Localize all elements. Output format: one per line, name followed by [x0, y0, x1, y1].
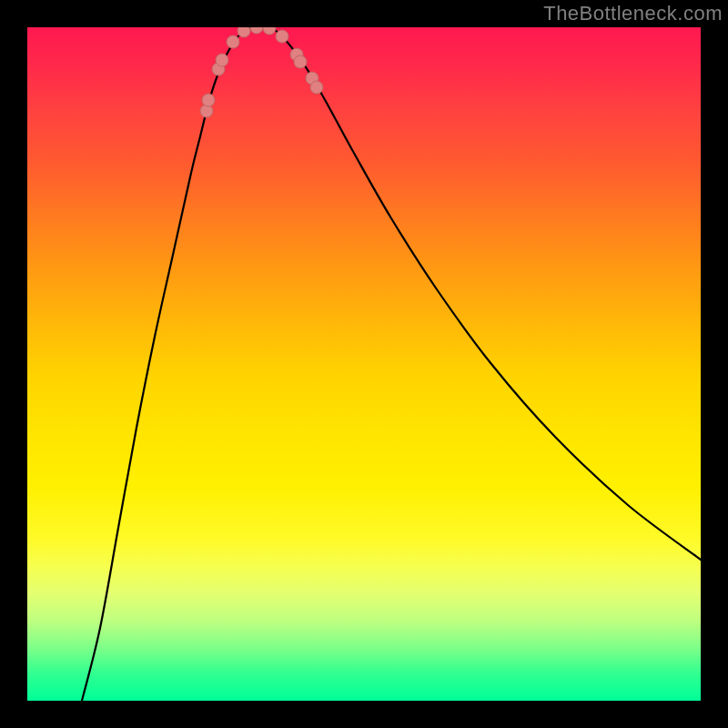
watermark-text: TheBottleneck.com [543, 2, 723, 25]
curve-layer [27, 27, 701, 701]
marker-group [200, 27, 323, 117]
marker-dot [202, 94, 215, 106]
marker-dot [250, 27, 263, 34]
marker-dot [294, 56, 307, 68]
chart-frame: TheBottleneck.com [0, 0, 728, 728]
marker-dot [263, 27, 276, 35]
marker-dot [216, 54, 228, 66]
bottleneck-curve [82, 27, 701, 701]
marker-dot [310, 81, 323, 94]
marker-dot [227, 35, 239, 48]
marker-dot [238, 27, 250, 37]
plot-area [27, 27, 701, 701]
marker-dot [276, 30, 288, 43]
